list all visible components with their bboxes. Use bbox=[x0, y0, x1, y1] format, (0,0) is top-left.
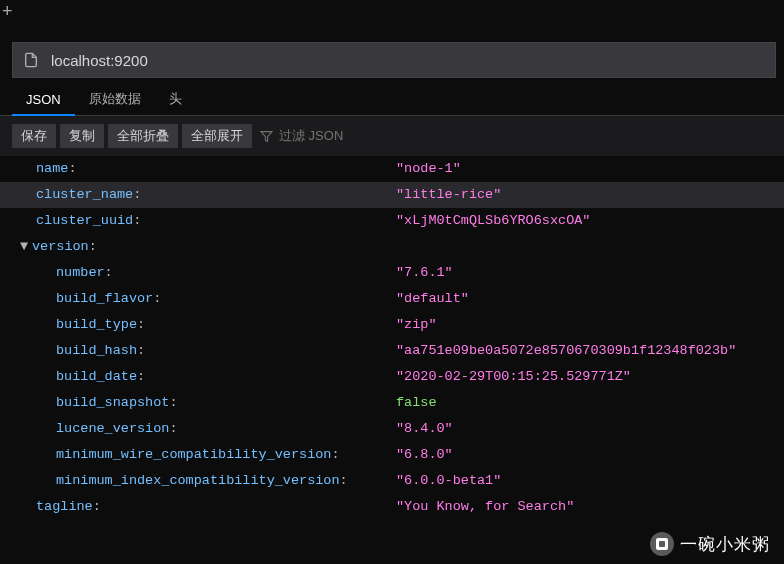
filter-json[interactable]: 过滤 JSON bbox=[260, 127, 343, 145]
collapse-all-button[interactable]: 全部折叠 bbox=[108, 124, 178, 148]
watermark: 一碗小米粥 bbox=[650, 532, 770, 556]
json-key[interactable]: name bbox=[36, 156, 68, 182]
json-value: "7.6.1" bbox=[396, 260, 453, 286]
json-key[interactable]: cluster_uuid bbox=[36, 208, 133, 234]
json-value: "node-1" bbox=[396, 156, 461, 182]
wechat-icon bbox=[650, 532, 674, 556]
new-tab-icon[interactable]: + bbox=[2, 2, 13, 20]
json-key[interactable]: minimum_index_compatibility_version bbox=[56, 468, 340, 494]
tab-json[interactable]: JSON bbox=[12, 86, 75, 116]
json-toolbar: 保存 复制 全部折叠 全部展开 过滤 JSON bbox=[0, 116, 784, 156]
json-value: false bbox=[396, 390, 437, 416]
json-key[interactable]: tagline bbox=[36, 494, 93, 520]
svg-marker-0 bbox=[261, 131, 272, 141]
json-key[interactable]: build_date bbox=[56, 364, 137, 390]
collapse-toggle-icon[interactable]: ▼ bbox=[16, 234, 32, 260]
json-value: "xLjM0tCmQLSb6YRO6sxcOA" bbox=[396, 208, 590, 234]
view-tabs: JSON 原始数据 头 bbox=[0, 86, 784, 116]
json-key[interactable]: build_type bbox=[56, 312, 137, 338]
url-text: localhost:9200 bbox=[51, 52, 148, 69]
json-key[interactable]: lucene_version bbox=[56, 416, 169, 442]
address-bar[interactable]: localhost:9200 bbox=[12, 42, 776, 78]
expand-all-button[interactable]: 全部展开 bbox=[182, 124, 252, 148]
copy-button[interactable]: 复制 bbox=[60, 124, 104, 148]
json-value: "You Know, for Search" bbox=[396, 494, 574, 520]
json-value: "default" bbox=[396, 286, 469, 312]
save-button[interactable]: 保存 bbox=[12, 124, 56, 148]
json-key[interactable]: build_hash bbox=[56, 338, 137, 364]
json-key[interactable]: number bbox=[56, 260, 105, 286]
json-key[interactable]: cluster_name bbox=[36, 182, 133, 208]
json-key[interactable]: minimum_wire_compatibility_version bbox=[56, 442, 331, 468]
json-value: "little-rice" bbox=[396, 182, 501, 208]
tab-raw-data[interactable]: 原始数据 bbox=[75, 84, 155, 115]
json-value: "zip" bbox=[396, 312, 437, 338]
funnel-icon bbox=[260, 130, 273, 143]
filter-placeholder: 过滤 JSON bbox=[279, 127, 343, 145]
json-key[interactable]: build_flavor bbox=[56, 286, 153, 312]
json-value: "2020-02-29T00:15:25.529771Z" bbox=[396, 364, 631, 390]
tab-headers[interactable]: 头 bbox=[155, 84, 196, 115]
watermark-text: 一碗小米粥 bbox=[680, 533, 770, 556]
json-value: "6.8.0" bbox=[396, 442, 453, 468]
json-value: "6.0.0-beta1" bbox=[396, 468, 501, 494]
json-tree: name:"node-1" cluster_name:"little-rice"… bbox=[0, 156, 784, 530]
file-icon bbox=[23, 52, 39, 68]
json-value: "8.4.0" bbox=[396, 416, 453, 442]
json-key[interactable]: build_snapshot bbox=[56, 390, 169, 416]
json-value: "aa751e09be0a5072e8570670309b1f12348f023… bbox=[396, 338, 736, 364]
json-key[interactable]: version bbox=[32, 234, 89, 260]
